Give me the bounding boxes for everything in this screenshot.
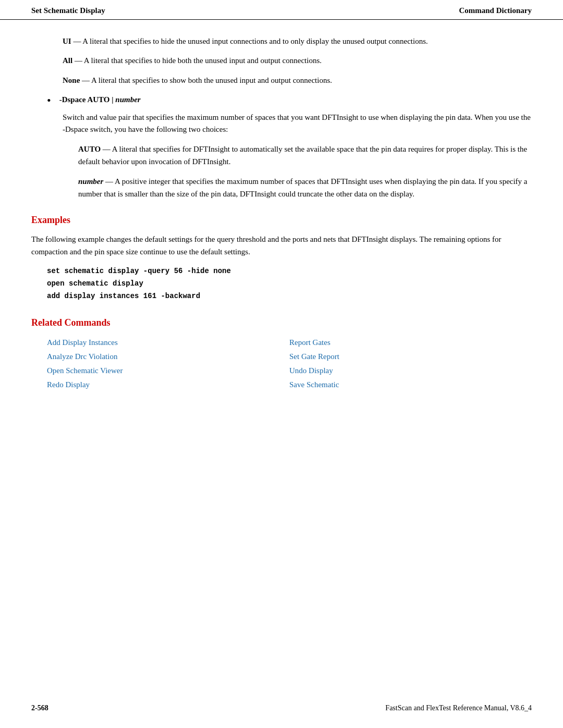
dspace-desc-text: Switch and value pair that specifies the…	[63, 113, 531, 133]
auto-text: AUTO — A literal that specifies for DFTI…	[78, 145, 527, 166]
page: Set Schematic Display Command Dictionary…	[0, 0, 563, 728]
dspace-bullet-item: • -Dspace AUTO | number	[47, 94, 532, 106]
number-text: number — A positive integer that specifi…	[78, 177, 528, 198]
number-paragraph: number — A positive integer that specifi…	[78, 175, 532, 200]
code-block: set schematic display -query 56 -hide no…	[47, 265, 532, 302]
footer-manual-title: FastScan and FlexTest Reference Manual, …	[385, 704, 532, 712]
cmd-col2: Report Gates Set Gate Report Undo Displa…	[289, 336, 532, 392]
examples-description: The following example changes the defaul…	[31, 233, 532, 258]
all-paragraph: All — A literal that specifies to hide b…	[63, 55, 532, 67]
cmd-col1: Add Display Instances Analyze Drc Violat…	[47, 336, 289, 392]
page-header: Set Schematic Display Command Dictionary	[0, 0, 563, 20]
ui-paragraph: UI — A literal that specifies to hide th…	[63, 35, 532, 47]
related-commands-grid: Add Display Instances Analyze Drc Violat…	[47, 336, 532, 392]
cmd-add-display-instances[interactable]: Add Display Instances	[47, 338, 118, 347]
code-line-2: open schematic display	[47, 278, 532, 290]
header-left-title: Set Schematic Display	[31, 6, 105, 15]
cmd-redo-display[interactable]: Redo Display	[47, 380, 90, 389]
none-paragraph: None — A literal that specifies to show …	[63, 75, 532, 87]
dspace-bullet-label: -Dspace AUTO | number	[59, 94, 141, 106]
cmd-set-gate-report[interactable]: Set Gate Report	[289, 352, 339, 361]
header-right-title: Command Dictionary	[459, 6, 532, 15]
cmd-analyze-drc-violation[interactable]: Analyze Drc Violation	[47, 352, 117, 361]
ui-text: UI — A literal that specifies to hide th…	[63, 37, 428, 45]
footer-page-number: 2-568	[31, 704, 48, 712]
cmd-open-schematic-viewer[interactable]: Open Schematic Viewer	[47, 366, 123, 375]
bullet-dot-icon: •	[47, 95, 51, 106]
auto-paragraph: AUTO — A literal that specifies for DFTI…	[78, 143, 532, 168]
main-content: UI — A literal that specifies to hide th…	[0, 20, 563, 413]
none-text: None — A literal that specifies to show …	[63, 76, 332, 84]
code-line-1: set schematic display -query 56 -hide no…	[47, 265, 532, 278]
all-text: All — A literal that specifies to hide b…	[63, 56, 322, 65]
dspace-description: Switch and value pair that specifies the…	[63, 112, 532, 136]
related-commands-heading: Related Commands	[31, 317, 532, 328]
examples-heading: Examples	[31, 215, 532, 226]
cmd-save-schematic[interactable]: Save Schematic	[289, 380, 339, 389]
cmd-undo-display[interactable]: Undo Display	[289, 366, 333, 375]
page-footer: 2-568 FastScan and FlexTest Reference Ma…	[31, 704, 532, 712]
code-line-3: add display instances 161 -backward	[47, 290, 532, 303]
cmd-report-gates[interactable]: Report Gates	[289, 338, 331, 347]
